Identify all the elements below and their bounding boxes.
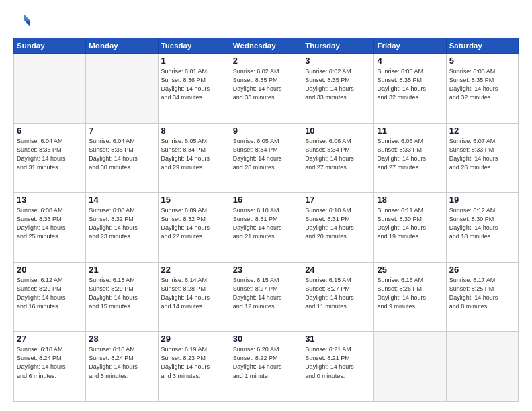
logo-icon	[13, 12, 32, 31]
day-number: 2	[233, 56, 299, 66]
calendar-cell: 14Sunrise: 6:08 AM Sunset: 8:32 PM Dayli…	[86, 193, 158, 263]
day-info: Sunrise: 6:20 AM Sunset: 8:22 PM Dayligh…	[233, 345, 299, 380]
calendar-cell: 26Sunrise: 6:17 AM Sunset: 8:25 PM Dayli…	[446, 262, 518, 332]
calendar-cell: 21Sunrise: 6:13 AM Sunset: 8:29 PM Dayli…	[86, 262, 158, 332]
day-info: Sunrise: 6:01 AM Sunset: 8:36 PM Dayligh…	[161, 67, 227, 102]
day-number: 29	[161, 334, 227, 344]
day-number: 6	[17, 126, 83, 136]
day-number: 26	[449, 265, 515, 275]
calendar-cell: 6Sunrise: 6:04 AM Sunset: 8:35 PM Daylig…	[14, 123, 86, 193]
day-number: 13	[17, 195, 83, 205]
day-number: 7	[89, 126, 154, 136]
day-number: 11	[377, 126, 443, 136]
calendar-cell: 29Sunrise: 6:19 AM Sunset: 8:23 PM Dayli…	[158, 332, 230, 402]
day-info: Sunrise: 6:06 AM Sunset: 8:33 PM Dayligh…	[377, 137, 443, 172]
calendar-cell: 11Sunrise: 6:06 AM Sunset: 8:33 PM Dayli…	[374, 123, 446, 193]
calendar-cell: 16Sunrise: 6:10 AM Sunset: 8:31 PM Dayli…	[230, 193, 302, 263]
day-info: Sunrise: 6:08 AM Sunset: 8:33 PM Dayligh…	[17, 206, 83, 241]
calendar-header-monday: Monday	[86, 38, 158, 54]
day-info: Sunrise: 6:18 AM Sunset: 8:24 PM Dayligh…	[89, 345, 154, 380]
calendar-header-friday: Friday	[374, 38, 446, 54]
calendar-header-wednesday: Wednesday	[230, 38, 302, 54]
day-info: Sunrise: 6:02 AM Sunset: 8:35 PM Dayligh…	[305, 67, 371, 102]
calendar-cell	[14, 54, 86, 124]
day-number: 30	[233, 334, 299, 344]
day-info: Sunrise: 6:14 AM Sunset: 8:28 PM Dayligh…	[161, 276, 227, 311]
day-info: Sunrise: 6:12 AM Sunset: 8:29 PM Dayligh…	[17, 276, 83, 311]
calendar-cell: 31Sunrise: 6:21 AM Sunset: 8:21 PM Dayli…	[302, 332, 374, 402]
day-number: 27	[17, 334, 83, 344]
day-info: Sunrise: 6:08 AM Sunset: 8:32 PM Dayligh…	[89, 206, 154, 241]
calendar-table: SundayMondayTuesdayWednesdayThursdayFrid…	[13, 38, 519, 402]
day-number: 8	[161, 126, 227, 136]
calendar-cell: 7Sunrise: 6:04 AM Sunset: 8:35 PM Daylig…	[86, 123, 158, 193]
day-number: 17	[305, 195, 371, 205]
calendar-cell: 28Sunrise: 6:18 AM Sunset: 8:24 PM Dayli…	[86, 332, 158, 402]
page: SundayMondayTuesdayWednesdayThursdayFrid…	[0, 0, 532, 411]
day-info: Sunrise: 6:21 AM Sunset: 8:21 PM Dayligh…	[305, 345, 371, 380]
day-info: Sunrise: 6:17 AM Sunset: 8:25 PM Dayligh…	[449, 276, 515, 311]
day-number: 14	[89, 195, 154, 205]
calendar-header-tuesday: Tuesday	[158, 38, 230, 54]
calendar-header-sunday: Sunday	[14, 38, 86, 54]
day-number: 3	[305, 56, 371, 66]
day-info: Sunrise: 6:19 AM Sunset: 8:23 PM Dayligh…	[161, 345, 227, 380]
calendar-cell: 27Sunrise: 6:18 AM Sunset: 8:24 PM Dayli…	[14, 332, 86, 402]
calendar-cell: 23Sunrise: 6:15 AM Sunset: 8:27 PM Dayli…	[230, 262, 302, 332]
day-info: Sunrise: 6:13 AM Sunset: 8:29 PM Dayligh…	[89, 276, 154, 311]
day-info: Sunrise: 6:03 AM Sunset: 8:35 PM Dayligh…	[449, 67, 515, 102]
calendar-cell: 1Sunrise: 6:01 AM Sunset: 8:36 PM Daylig…	[158, 54, 230, 124]
calendar-cell: 2Sunrise: 6:02 AM Sunset: 8:35 PM Daylig…	[230, 54, 302, 124]
day-number: 12	[449, 126, 515, 136]
day-number: 15	[161, 195, 227, 205]
calendar-cell: 25Sunrise: 6:16 AM Sunset: 8:26 PM Dayli…	[374, 262, 446, 332]
calendar-cell: 20Sunrise: 6:12 AM Sunset: 8:29 PM Dayli…	[14, 262, 86, 332]
calendar-cell: 8Sunrise: 6:05 AM Sunset: 8:34 PM Daylig…	[158, 123, 230, 193]
day-number: 18	[377, 195, 443, 205]
calendar-cell	[374, 332, 446, 402]
svg-marker-1	[24, 20, 30, 26]
day-number: 16	[233, 195, 299, 205]
logo	[13, 12, 35, 31]
day-number: 20	[17, 265, 83, 275]
calendar-cell: 12Sunrise: 6:07 AM Sunset: 8:33 PM Dayli…	[446, 123, 518, 193]
calendar-cell: 24Sunrise: 6:15 AM Sunset: 8:27 PM Dayli…	[302, 262, 374, 332]
day-info: Sunrise: 6:18 AM Sunset: 8:24 PM Dayligh…	[17, 345, 83, 380]
day-info: Sunrise: 6:03 AM Sunset: 8:35 PM Dayligh…	[377, 67, 443, 102]
calendar-cell: 30Sunrise: 6:20 AM Sunset: 8:22 PM Dayli…	[230, 332, 302, 402]
calendar-header-thursday: Thursday	[302, 38, 374, 54]
day-info: Sunrise: 6:10 AM Sunset: 8:31 PM Dayligh…	[233, 206, 299, 241]
svg-marker-0	[24, 15, 30, 21]
day-number: 4	[377, 56, 443, 66]
day-info: Sunrise: 6:07 AM Sunset: 8:33 PM Dayligh…	[449, 137, 515, 172]
day-info: Sunrise: 6:09 AM Sunset: 8:32 PM Dayligh…	[161, 206, 227, 241]
day-number: 10	[305, 126, 371, 136]
calendar-header-saturday: Saturday	[446, 38, 518, 54]
calendar-cell: 13Sunrise: 6:08 AM Sunset: 8:33 PM Dayli…	[14, 193, 86, 263]
day-info: Sunrise: 6:15 AM Sunset: 8:27 PM Dayligh…	[305, 276, 371, 311]
day-number: 24	[305, 265, 371, 275]
day-number: 5	[449, 56, 515, 66]
day-number: 9	[233, 126, 299, 136]
calendar-cell: 19Sunrise: 6:12 AM Sunset: 8:30 PM Dayli…	[446, 193, 518, 263]
day-info: Sunrise: 6:05 AM Sunset: 8:34 PM Dayligh…	[161, 137, 227, 172]
calendar-cell: 9Sunrise: 6:05 AM Sunset: 8:34 PM Daylig…	[230, 123, 302, 193]
calendar-cell: 10Sunrise: 6:06 AM Sunset: 8:34 PM Dayli…	[302, 123, 374, 193]
calendar-header-row: SundayMondayTuesdayWednesdayThursdayFrid…	[14, 38, 519, 54]
day-info: Sunrise: 6:15 AM Sunset: 8:27 PM Dayligh…	[233, 276, 299, 311]
day-info: Sunrise: 6:02 AM Sunset: 8:35 PM Dayligh…	[233, 67, 299, 102]
calendar-row: 13Sunrise: 6:08 AM Sunset: 8:33 PM Dayli…	[14, 193, 519, 263]
day-info: Sunrise: 6:11 AM Sunset: 8:30 PM Dayligh…	[377, 206, 443, 241]
calendar-cell: 18Sunrise: 6:11 AM Sunset: 8:30 PM Dayli…	[374, 193, 446, 263]
calendar-cell: 17Sunrise: 6:10 AM Sunset: 8:31 PM Dayli…	[302, 193, 374, 263]
day-number: 21	[89, 265, 154, 275]
day-info: Sunrise: 6:04 AM Sunset: 8:35 PM Dayligh…	[89, 137, 154, 172]
calendar-cell: 22Sunrise: 6:14 AM Sunset: 8:28 PM Dayli…	[158, 262, 230, 332]
calendar-row: 1Sunrise: 6:01 AM Sunset: 8:36 PM Daylig…	[14, 54, 519, 124]
calendar-row: 6Sunrise: 6:04 AM Sunset: 8:35 PM Daylig…	[14, 123, 519, 193]
day-number: 22	[161, 265, 227, 275]
calendar-cell	[86, 54, 158, 124]
day-info: Sunrise: 6:04 AM Sunset: 8:35 PM Dayligh…	[17, 137, 83, 172]
calendar-row: 27Sunrise: 6:18 AM Sunset: 8:24 PM Dayli…	[14, 332, 519, 402]
day-number: 28	[89, 334, 154, 344]
